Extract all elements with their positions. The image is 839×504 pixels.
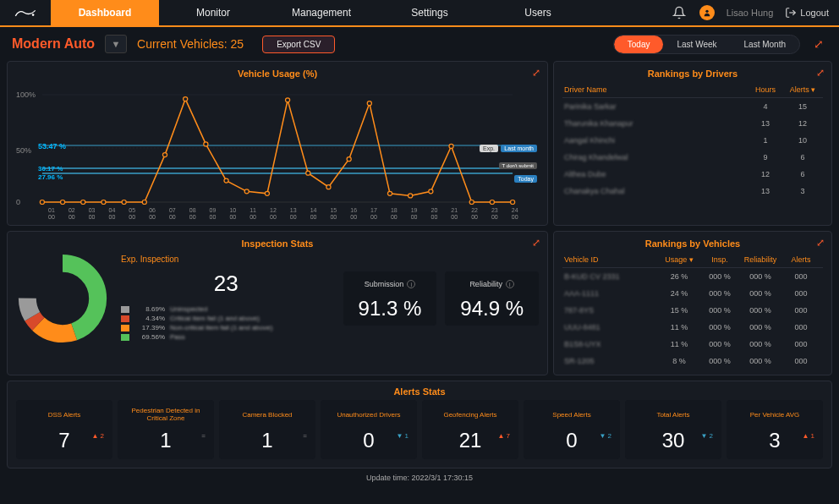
table-row[interactable]: Althea Dube126 xyxy=(562,166,823,183)
svg-point-25 xyxy=(367,101,371,106)
company-name: Modern Auto xyxy=(12,36,95,52)
svg-point-15 xyxy=(162,153,167,157)
nav-settings[interactable]: Settings xyxy=(376,0,484,25)
svg-point-1 xyxy=(705,10,708,13)
nav-monitor[interactable]: Monitor xyxy=(159,0,267,25)
svg-point-20 xyxy=(265,191,269,195)
legend-item: 17.39%Non-critical item fail (1 and abov… xyxy=(121,324,332,331)
table-row[interactable]: Chanakya Chahal133 xyxy=(562,183,823,200)
svg-point-10 xyxy=(61,200,65,205)
drivers-ranking-panel: Rankings by Drivers ⤢ Driver Name Hours … xyxy=(553,61,832,226)
range-last-month[interactable]: Last Month xyxy=(731,36,799,53)
svg-point-9 xyxy=(40,200,44,205)
table-row[interactable]: AAA-111124 %000 %000 %000 xyxy=(562,285,823,302)
logout-icon xyxy=(785,7,797,19)
expand-icon[interactable]: ⤢ xyxy=(816,67,825,79)
svg-point-31 xyxy=(490,200,494,205)
panel-title: Vehicle Usage (%) xyxy=(16,67,539,82)
alert-card[interactable]: Per Vehicle AVG3▲ 1 xyxy=(727,400,823,459)
usage-chart: 100% 50% 0 53.47 % 30.17 % 27.96 % Exp. … xyxy=(16,82,539,207)
svg-point-12 xyxy=(101,200,106,205)
svg-point-13 xyxy=(122,200,126,205)
svg-point-30 xyxy=(469,200,474,205)
alert-card[interactable]: Pedestrian Detected in Critical Zone1= xyxy=(118,400,214,459)
company-dropdown[interactable]: ▼ xyxy=(105,35,127,53)
svg-point-28 xyxy=(429,189,433,194)
user-name: Lisao Hung xyxy=(727,8,774,18)
panel-title: Rankings by Vehicles xyxy=(562,237,823,252)
inspection-stats-panel: Inspection Stats ⤢ Exp. Inspection 23 8.… xyxy=(7,231,548,375)
svg-point-27 xyxy=(409,194,413,198)
table-row[interactable]: B1S8-UYX11 %000 %000 %000 xyxy=(562,336,823,353)
svg-point-21 xyxy=(286,98,290,102)
stat-card: Submissioni91.3 % xyxy=(343,271,437,326)
svg-point-32 xyxy=(511,200,515,205)
svg-point-16 xyxy=(184,97,188,101)
svg-point-24 xyxy=(347,157,351,162)
alert-card[interactable]: DSS Alerts7▲ 2 xyxy=(16,400,112,459)
svg-point-26 xyxy=(387,191,392,195)
chevron-down-icon: ▼ xyxy=(112,39,121,49)
panel-title: Alerts Stats xyxy=(16,385,823,400)
export-csv-button[interactable]: Export CSV xyxy=(262,36,335,53)
bell-icon[interactable] xyxy=(671,4,688,21)
vehicle-usage-panel: Vehicle Usage (%) ⤢ 100% 50% 0 53.47 % 3… xyxy=(7,61,548,226)
nav-management[interactable]: Management xyxy=(267,0,376,25)
expand-icon[interactable]: ⤢ xyxy=(532,237,540,249)
expand-icon[interactable]: ⤢ xyxy=(532,67,540,79)
alert-card[interactable]: Geofencing Alerts21▲ 7 xyxy=(422,400,518,459)
svg-point-19 xyxy=(244,189,249,194)
time-range-group: TodayLast WeekLast Month xyxy=(613,35,800,54)
subbar: Modern Auto ▼ Current Vehicles: 25 Expor… xyxy=(0,27,839,61)
table-row[interactable]: Aangal Khinchi110 xyxy=(562,132,823,149)
info-icon[interactable]: i xyxy=(506,280,514,288)
stat-card: Reliabilityi94.9 % xyxy=(445,271,539,326)
table-row[interactable]: Parinika Sarkar415 xyxy=(562,98,823,115)
svg-point-17 xyxy=(204,142,208,146)
expand-icon[interactable]: ⤢ xyxy=(816,237,825,249)
alert-card[interactable]: Speed Alerts0▼ 2 xyxy=(524,400,620,459)
inspection-donut xyxy=(16,252,109,345)
logout-button[interactable]: Logout xyxy=(785,7,829,19)
vehicles-ranking-panel: Rankings by Vehicles ⤢ Vehicle ID Usage … xyxy=(553,231,832,375)
footer-update-time: Update time: 2022/3/1 17:30:15 xyxy=(0,468,839,487)
nav-dashboard[interactable]: Dashboard xyxy=(51,0,159,25)
table-header: Driver Name Hours Alerts ▾ xyxy=(562,82,823,98)
avatar[interactable] xyxy=(699,5,715,20)
alert-card[interactable]: Unauthorized Drivers0▼ 1 xyxy=(321,400,417,459)
inspection-summary: Exp. Inspection 23 8.69%Uninspected4.34%… xyxy=(121,255,332,342)
table-row[interactable]: Tharunika Khanapur1312 xyxy=(562,115,823,132)
alert-card[interactable]: Total Alerts30▼ 2 xyxy=(625,400,721,459)
svg-point-18 xyxy=(224,178,228,183)
logo xyxy=(0,7,51,19)
topbar: DashboardMonitorManagementSettingsUsers … xyxy=(0,0,839,27)
svg-point-14 xyxy=(142,200,146,205)
table-row[interactable]: B-KUD CV 233126 %000 %000 %000 xyxy=(562,268,823,285)
table-row[interactable]: 787-8YS15 %000 %000 %000 xyxy=(562,302,823,319)
panel-title: Rankings by Drivers xyxy=(562,67,823,82)
svg-point-23 xyxy=(326,185,331,189)
svg-point-22 xyxy=(306,171,310,175)
info-icon[interactable]: i xyxy=(407,280,415,288)
range-today[interactable]: Today xyxy=(614,36,664,53)
table-row[interactable]: Chirag Khandelwal96 xyxy=(562,149,823,166)
table-row[interactable]: SR-12058 %000 %000 %000 xyxy=(562,353,823,370)
current-vehicles: Current Vehicles: 25 xyxy=(137,37,244,51)
range-last-week[interactable]: Last Week xyxy=(663,36,730,53)
topbar-right: Lisao Hung Logout xyxy=(671,4,839,21)
legend-item: 69.56%Pass xyxy=(121,333,332,341)
svg-point-11 xyxy=(81,200,85,205)
table-row[interactable]: UUU-848111 %000 %000 %000 xyxy=(562,319,823,336)
panel-title: Inspection Stats xyxy=(16,237,539,252)
legend-item: 8.69%Uninspected xyxy=(121,305,332,313)
nav: DashboardMonitorManagementSettingsUsers xyxy=(51,0,592,25)
table-header: Vehicle ID Usage ▾ Insp. Reliability Ale… xyxy=(562,252,823,268)
alerts-stats-panel: Alerts Stats DSS Alerts7▲ 2Pedestrian De… xyxy=(7,381,832,468)
legend-item: 4.34%Critical item fail (1 and above) xyxy=(121,315,332,322)
svg-point-29 xyxy=(449,144,453,148)
svg-point-0 xyxy=(32,14,35,16)
nav-users[interactable]: Users xyxy=(484,0,592,25)
expand-icon[interactable]: ⤢ xyxy=(810,37,827,51)
x-axis-labels: 0100020003000400050006000700080009001000… xyxy=(16,207,539,220)
alert-card[interactable]: Camera Blocked1= xyxy=(219,400,315,459)
